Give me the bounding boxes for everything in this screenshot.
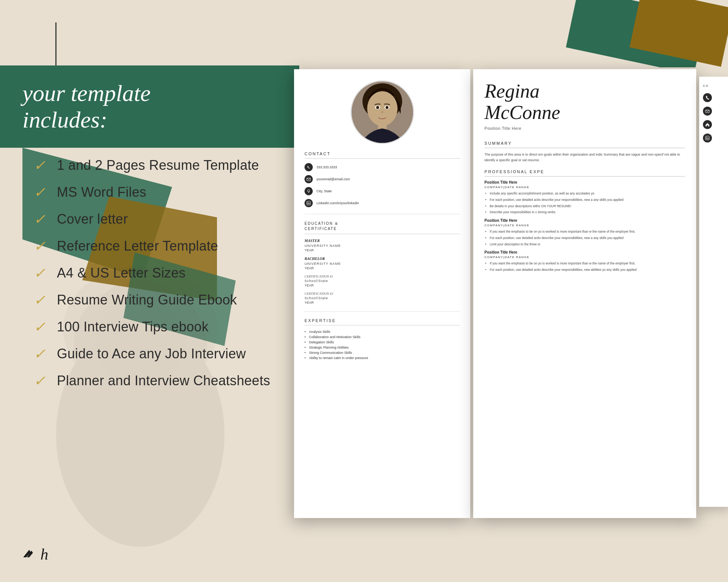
job3-title: Position Title Here <box>484 250 685 254</box>
checklist-label-3: Cover letter <box>57 211 128 227</box>
degree2-school: UNIVERSITY NAME <box>305 262 460 266</box>
third-phone-icon <box>703 93 712 102</box>
third-contact-title: CO <box>703 84 724 88</box>
checkmark-9: ✓ <box>34 373 49 389</box>
feature-checklist: ✓ 1 and 2 Pages Resume Template ✓ MS Wor… <box>34 157 303 399</box>
cert1-school: School/State <box>305 279 460 283</box>
checklist-label-5: A4 & US Letter Sizes <box>57 265 186 281</box>
checklist-label-7: 100 Interview Tips ebook <box>57 319 208 335</box>
degree1-school: UNIVERSITY NAME <box>305 244 460 248</box>
summary-text: The purpose of this area is to direct em… <box>484 152 685 163</box>
checkmark-8: ✓ <box>34 346 49 362</box>
skill-6: Ability to remain calm in under pressure <box>305 356 460 360</box>
linkedin-icon <box>305 199 313 207</box>
cert1-label: CERTIFICATION #1 <box>305 275 460 278</box>
education-section-title: EDUCATION &CERTIFICATE <box>305 221 460 234</box>
skill-3: Delegation Skills <box>305 340 460 344</box>
banner-section: your template includes: <box>0 65 299 148</box>
email-icon <box>305 175 313 183</box>
svg-point-22 <box>706 137 707 138</box>
skill-5: Strong Communication Skills <box>305 351 460 355</box>
summary-section: SUMMARY The purpose of this area is to d… <box>473 141 696 163</box>
checklist-item-4: ✓ Reference Letter Template <box>34 238 303 254</box>
skill-2: Collaboration and Motivation Skills <box>305 335 460 339</box>
checkmark-2: ✓ <box>34 184 49 200</box>
third-home-icon <box>703 120 712 129</box>
linkedin-url: LinkedIn.com/in/yourlinkedin <box>316 201 359 205</box>
checklist-item-2: ✓ MS Word Files <box>34 184 303 200</box>
expertise-section-title: EXPERTISE <box>305 318 460 325</box>
degree2-label: BACHELOR <box>305 257 460 261</box>
contact-section: CONTACT 333.333.3333 youremail@email <box>294 151 470 360</box>
logo-letter: h <box>40 545 48 563</box>
job1-bullet-3: Be details in your descriptions witho ON… <box>484 204 685 209</box>
cert2-year: YEAR <box>305 301 460 304</box>
job2-bullet-1: If you want the emphasis to be on yo is … <box>484 229 685 234</box>
brand-logo: h <box>22 545 48 563</box>
checkmark-1: ✓ <box>34 157 49 174</box>
resume-name-section: Regina McConne Position Title Here <box>473 69 696 134</box>
checkmark-5: ✓ <box>34 265 49 281</box>
checklist-label-6: Resume Writing Guide Ebook <box>57 292 237 308</box>
checklist-item-1: ✓ 1 and 2 Pages Resume Template <box>34 157 303 174</box>
resume-page-right: Regina McConne Position Title Here SUMMA… <box>473 69 696 518</box>
checkmark-4: ✓ <box>34 238 49 254</box>
phone-icon <box>305 163 313 171</box>
checkmark-6: ✓ <box>34 292 49 308</box>
job3-bullet-2: For each position, use detailed actio de… <box>484 267 685 272</box>
checklist-label-4: Reference Letter Template <box>57 238 218 254</box>
phone-number: 333.333.3333 <box>316 165 337 169</box>
resume-photo <box>351 80 414 144</box>
contact-linkedin: LinkedIn.com/in/yourlinkedin <box>305 199 460 207</box>
left-accent-line <box>55 22 56 71</box>
top-decorative-stripes <box>504 0 728 67</box>
cert2-label: CERTIFICATION #2 <box>305 292 460 295</box>
job2-title: Position Title Here <box>484 218 685 223</box>
wing-icon <box>22 546 37 562</box>
experience-section: PROFESSIONAL EXPE Position Title Here CO… <box>473 169 696 272</box>
checklist-item-9: ✓ Planner and Interview Cheatsheets <box>34 373 303 389</box>
contact-phone: 333.333.3333 <box>305 163 460 171</box>
svg-point-19 <box>308 202 308 203</box>
svg-point-14 <box>376 106 379 109</box>
resume-page-left: CONTACT 333.333.3333 youremail@email <box>294 69 470 518</box>
third-linkedin-icon <box>703 134 712 143</box>
section-divider-2 <box>305 311 460 312</box>
resume-preview-area: CONTACT 333.333.3333 youremail@email <box>294 65 728 582</box>
checklist-label-8: Guide to Ace any Job Interview <box>57 346 246 362</box>
checklist-item-3: ✓ Cover letter <box>34 211 303 227</box>
contact-email: youremail@email.com <box>305 175 460 183</box>
checklist-label-2: MS Word Files <box>57 184 146 200</box>
job2-bullet-2: For each position, use detailed actio de… <box>484 236 685 241</box>
job1-title: Position Title Here <box>484 180 685 184</box>
job1-bullet-2: For each position, use detailed actio de… <box>484 197 685 202</box>
svg-point-15 <box>385 106 388 109</box>
checklist-item-7: ✓ 100 Interview Tips ebook <box>34 319 303 335</box>
checklist-item-8: ✓ Guide to Ace any Job Interview <box>34 346 303 362</box>
resume-page-third: CO <box>699 77 728 507</box>
third-email-icon <box>703 107 712 116</box>
summary-title: SUMMARY <box>484 141 685 148</box>
job1-company: COMPANY|DATE RANGE <box>484 186 685 189</box>
job2-bullet-3: Limit your description to the three or <box>484 242 685 247</box>
experience-title: PROFESSIONAL EXPE <box>484 169 685 177</box>
contact-section-title: CONTACT <box>305 151 460 159</box>
degree1-year: YEAR <box>305 248 460 252</box>
job2-company: COMPANY|DATE RANGE <box>484 224 685 227</box>
third-page-content: CO <box>699 77 728 154</box>
checklist-item-6: ✓ Resume Writing Guide Ebook <box>34 292 303 308</box>
location: City, State <box>316 189 332 193</box>
checklist-label-1: 1 and 2 Pages Resume Template <box>57 157 259 173</box>
job3-company: COMPANY|DATE RANGE <box>484 255 685 259</box>
checkmark-3: ✓ <box>34 211 49 227</box>
checklist-item-5: ✓ A4 & US Letter Sizes <box>34 265 303 281</box>
contact-location: City, State <box>305 187 460 195</box>
svg-point-10 <box>367 91 397 126</box>
photo-placeholder <box>352 82 413 143</box>
cert1-year: YEAR <box>305 284 460 287</box>
resume-position-title: Position Title Here <box>484 126 685 131</box>
checkmark-7: ✓ <box>34 319 49 335</box>
job1-bullet-4: Describe your responsibilities in c stro… <box>484 210 685 215</box>
resume-first-name: Regina McConne <box>484 80 685 123</box>
checklist-label-9: Planner and Interview Cheatsheets <box>57 373 270 389</box>
